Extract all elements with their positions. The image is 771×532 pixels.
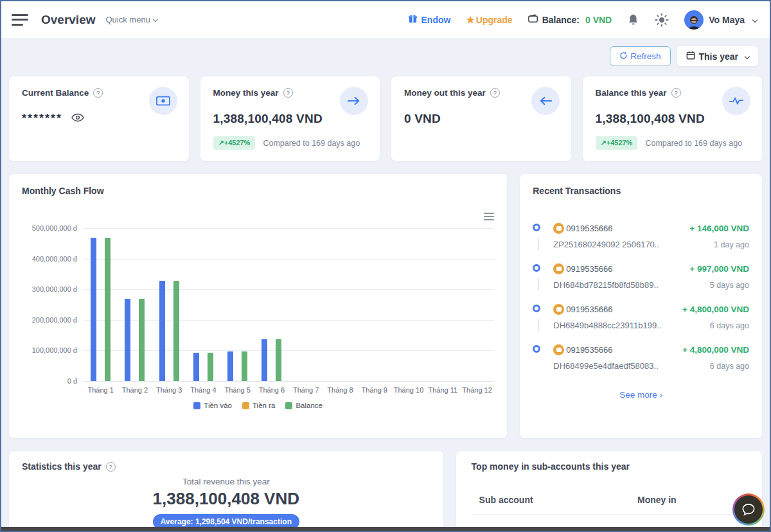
x-axis-label: Tháng 10 [391, 386, 425, 394]
help-icon[interactable]: ? [93, 88, 103, 98]
chat-bubble-button[interactable] [732, 493, 765, 526]
timeline-ring-icon [533, 224, 540, 231]
column-money-in: Money in [637, 495, 747, 505]
quick-menu-dropdown[interactable]: Quick menu [106, 15, 157, 24]
bar-Tiền vào [125, 299, 130, 381]
eye-icon[interactable] [71, 113, 84, 125]
bar-group [289, 228, 323, 381]
timeline-rail [533, 304, 545, 330]
top-header: Overview Quick menu Endow ★ Upgrade Bala… [1, 1, 770, 39]
x-axis-label: Tháng 4 [186, 386, 220, 394]
transaction-item[interactable]: 0919535666+ 4,800,000 VNDDH68499e5e4dfae… [533, 344, 749, 385]
card-money-this-year: Money this year ? 1,388,100,408 VND ↗+45… [200, 76, 380, 161]
theme-sun-icon[interactable] [655, 13, 669, 27]
statistics-panel: Statistics this year ? Total revenue thi… [9, 451, 443, 532]
arrow-left-icon[interactable] [531, 87, 560, 115]
y-tick-label: 100,000,000 đ [32, 346, 77, 354]
bar-group [323, 228, 357, 381]
card-title: Money this year [213, 88, 279, 98]
help-icon[interactable]: ? [490, 88, 500, 98]
transaction-time: 5 days ago [710, 281, 749, 290]
chart-plot [84, 228, 494, 381]
legend-item[interactable]: Tiền vào [193, 402, 232, 409]
transaction-amount: + 997,000 VND [689, 264, 749, 274]
chevron-down-icon [752, 17, 758, 22]
transactions-list: 0919535666+ 146,000 VNDZP251680249092 25… [533, 223, 749, 385]
bar-group [118, 228, 152, 381]
legend-item[interactable]: Tiền ra [242, 402, 275, 409]
y-tick-label: 500,000,000 đ [32, 224, 77, 232]
transaction-top-row: 0919535666+ 4,800,000 VND [553, 304, 749, 315]
transaction-code: DH68499e5e4dfaedf58083.. [553, 361, 658, 371]
bar-group [84, 228, 118, 381]
transaction-bottom-row: DH684bd78215fb8fd58b89..5 days ago [553, 280, 749, 290]
avatar [684, 10, 704, 30]
transaction-item[interactable]: 0919535666+ 146,000 VNDZP251680249092 25… [533, 223, 749, 263]
card-balance-this-year: Balance this year ? 1,388,100,408 VND ↗+… [583, 76, 763, 161]
transaction-body: 0919535666+ 4,800,000 VNDDH68499e5e4dfae… [553, 344, 749, 371]
hamburger-menu-icon[interactable] [12, 14, 28, 26]
timeline-ring-icon [533, 305, 540, 312]
transaction-amount: + 146,000 VND [689, 224, 749, 233]
sub-accounts-panel: Top money in sub-accounts this year Sub … [456, 451, 762, 532]
help-icon[interactable]: ? [106, 462, 116, 472]
transaction-account: 0919535666 [553, 263, 612, 274]
trend-badge: ↗+4527% [213, 136, 256, 150]
wallet-icon [528, 14, 538, 25]
monthly-cash-flow-panel: Monthly Cash Flow 500,000,000 đ400,000,0… [9, 174, 507, 438]
transaction-body: 0919535666+ 4,800,000 VNDDH6849b4888cc23… [553, 304, 749, 330]
chart-menu-icon[interactable] [484, 213, 494, 220]
y-tick-label: 400,000,000 đ [32, 255, 77, 263]
help-icon[interactable]: ? [671, 88, 681, 98]
masked-balance: ******* [22, 112, 62, 125]
coin-icon [553, 344, 564, 355]
bar-Balance [208, 353, 213, 381]
x-axis-label: Tháng 2 [118, 386, 152, 394]
endow-link[interactable]: Endow [408, 14, 451, 26]
period-dropdown[interactable]: This year [677, 46, 758, 66]
chart-legend: Tiền vàoTiền raBalance [22, 402, 494, 409]
coin-glyph [556, 307, 562, 312]
transaction-item[interactable]: 0919535666+ 997,000 VNDDH684bd78215fb8fd… [533, 263, 749, 304]
arrow-right-icon[interactable] [340, 87, 368, 115]
transaction-body: 0919535666+ 997,000 VNDDH684bd78215fb8fd… [553, 263, 749, 290]
bar-Tiền vào [91, 238, 96, 381]
legend-label: Tiền vào [204, 402, 232, 409]
account-number: 0919535666 [566, 224, 612, 233]
sub-accounts-title: Top money in sub-accounts this year [472, 461, 747, 472]
chat-icon [734, 495, 763, 524]
trend-badge: ↗+4527% [596, 136, 638, 150]
bar-Tiền vào [227, 351, 233, 381]
help-icon[interactable]: ? [283, 88, 293, 98]
coin-icon [553, 304, 564, 315]
timeline-rail [533, 344, 545, 371]
transaction-account: 0919535666 [553, 223, 612, 234]
see-more-link[interactable]: See more › [533, 390, 749, 400]
x-axis-label: Tháng 6 [254, 386, 288, 394]
legend-label: Balance [296, 402, 323, 409]
card-title: Money out this year [404, 88, 486, 98]
transaction-time: 6 days ago [710, 362, 749, 371]
upgrade-link[interactable]: ★ Upgrade [466, 14, 512, 26]
card-value: 1,388,100,408 VND [596, 112, 750, 126]
compare-text: Compared to 169 days ago [645, 139, 742, 148]
bar-Balance [242, 351, 247, 381]
balance-value: 0 VND [585, 15, 612, 25]
timeline-ring-icon [533, 345, 540, 353]
transaction-item[interactable]: 0919535666+ 4,800,000 VNDDH6849b4888cc23… [533, 304, 749, 344]
legend-item[interactable]: Balance [285, 402, 323, 409]
refresh-button[interactable]: Refresh [610, 46, 670, 66]
activity-icon[interactable] [722, 87, 750, 115]
banknote-icon[interactable] [149, 87, 177, 115]
transaction-code: DH684bd78215fb8fd58b89.. [553, 280, 658, 290]
timeline-rail [533, 223, 545, 249]
bar-Tiền vào [193, 353, 199, 381]
legend-swatch [285, 402, 292, 409]
notifications-bell-icon[interactable] [627, 13, 639, 26]
coin-glyph [556, 226, 562, 231]
user-menu[interactable]: Vo Maya [684, 10, 757, 30]
balance-chip[interactable]: Balance: 0 VND [528, 14, 612, 25]
card-value: 1,388,100,408 VND [213, 112, 368, 126]
page-title: Overview [41, 13, 96, 27]
card-current-balance: Current Balance ? ******* [9, 76, 189, 161]
